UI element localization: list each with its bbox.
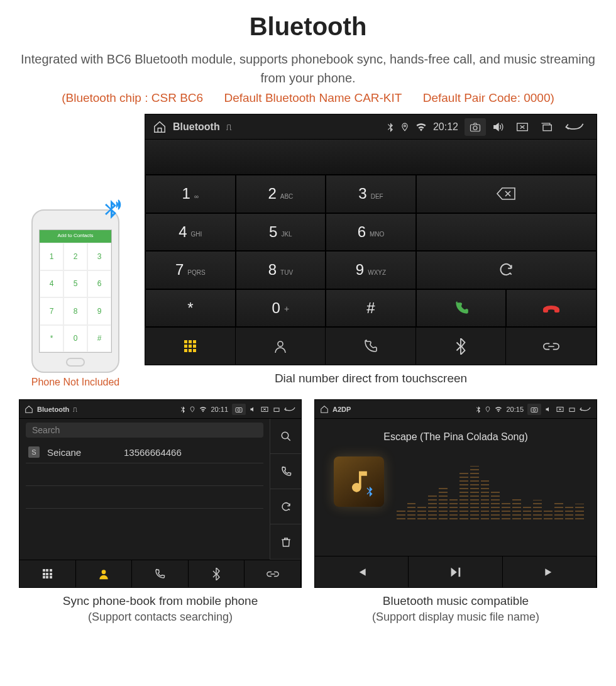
location-icon bbox=[189, 406, 195, 413]
key-3[interactable]: 3DEF bbox=[326, 175, 416, 213]
nav-recent-calls[interactable] bbox=[132, 560, 189, 587]
page-title: Bluetooth bbox=[19, 13, 597, 41]
screenshot-icon[interactable] bbox=[527, 404, 541, 415]
page-description: Integrated with BC6 Bluetooth module, su… bbox=[19, 50, 597, 87]
nav-keypad[interactable] bbox=[19, 560, 76, 587]
key-hash[interactable]: # bbox=[326, 289, 416, 328]
svg-rect-15 bbox=[569, 408, 575, 412]
svg-point-7 bbox=[238, 409, 240, 411]
key-star[interactable]: * bbox=[145, 289, 236, 328]
play-pause-button[interactable] bbox=[409, 556, 502, 587]
nav-contacts[interactable] bbox=[76, 560, 133, 587]
recent-apps-icon[interactable] bbox=[540, 122, 558, 132]
action-delete[interactable] bbox=[270, 524, 301, 560]
prev-button[interactable] bbox=[315, 556, 409, 587]
nav-bluetooth[interactable] bbox=[416, 328, 507, 365]
key-2[interactable]: 2ABC bbox=[236, 175, 326, 213]
key-4[interactable]: 4GHI bbox=[145, 213, 236, 252]
key-6[interactable]: 6MNO bbox=[326, 213, 416, 252]
screenshot-icon[interactable] bbox=[465, 118, 486, 136]
action-search[interactable] bbox=[270, 419, 301, 454]
contacts-bottom-nav bbox=[19, 560, 301, 587]
contact-row-empty bbox=[26, 486, 263, 509]
song-title: Escape (The Pina Colada Song) bbox=[383, 431, 527, 443]
wifi-icon bbox=[415, 123, 427, 131]
back-icon[interactable] bbox=[564, 122, 589, 132]
contact-badge: S bbox=[28, 446, 40, 458]
bluetooth-icon bbox=[387, 122, 394, 132]
contacts-caption-sub: (Support contacts searching) bbox=[19, 611, 302, 624]
bottom-nav bbox=[145, 327, 597, 365]
music-status-bar: A2DP 20:15 bbox=[315, 400, 597, 419]
svg-point-11 bbox=[102, 570, 106, 574]
action-call[interactable] bbox=[270, 454, 301, 489]
back-icon[interactable] bbox=[579, 406, 591, 412]
home-icon[interactable] bbox=[153, 120, 167, 134]
music-note-icon bbox=[345, 468, 373, 495]
recent-apps-icon[interactable] bbox=[568, 406, 575, 412]
nav-pair[interactable] bbox=[245, 560, 301, 587]
key-9[interactable]: 9WXYZ bbox=[326, 251, 416, 289]
key-redial[interactable] bbox=[416, 251, 597, 289]
svg-rect-4 bbox=[543, 124, 551, 130]
key-7[interactable]: 7PQRS bbox=[145, 251, 236, 289]
call-button[interactable] bbox=[416, 289, 507, 328]
dialer-caption: Dial number direct from touchscreen bbox=[145, 372, 597, 385]
status-title: A2DP bbox=[333, 406, 351, 413]
next-button[interactable] bbox=[503, 556, 597, 587]
status-title: Bluetooth bbox=[173, 121, 220, 133]
spec-line: (Bluetooth chip : CSR BC6 Default Blueto… bbox=[19, 91, 597, 105]
key-8[interactable]: 8TUV bbox=[236, 251, 326, 289]
nav-bluetooth[interactable] bbox=[189, 560, 245, 587]
nav-recent-calls[interactable] bbox=[326, 328, 416, 365]
key-0[interactable]: 0+ bbox=[236, 289, 326, 328]
music-body: Escape (The Pina Colada Song) bbox=[315, 419, 597, 556]
recent-apps-icon[interactable] bbox=[272, 406, 280, 412]
svg-point-10 bbox=[282, 432, 289, 439]
close-app-icon[interactable] bbox=[556, 406, 564, 412]
bluetooth-icon bbox=[476, 406, 481, 413]
phone-caption: Phone Not Included bbox=[19, 377, 132, 388]
nav-keypad[interactable] bbox=[145, 328, 236, 365]
svg-rect-9 bbox=[274, 408, 279, 412]
contacts-status-bar: Bluetooth ⎍ 20:11 bbox=[19, 400, 301, 419]
dial-display bbox=[145, 140, 597, 175]
volume-icon[interactable] bbox=[250, 406, 257, 412]
wifi-icon bbox=[199, 406, 207, 412]
phone-screen-header: Add to Contacts bbox=[40, 230, 111, 243]
clock-time: 20:12 bbox=[433, 121, 458, 133]
close-app-icon[interactable] bbox=[516, 122, 534, 132]
contact-row[interactable]: S Seicane 13566664466 bbox=[26, 441, 263, 463]
spec-chip: (Bluetooth chip : CSR BC6 bbox=[62, 91, 203, 104]
phone-mockup: Add to Contacts 123 456 789 *0# bbox=[31, 209, 119, 373]
dial-keypad: 1∞ 2ABC 3DEF 4GHI 5JKL 6MNO 7PQRS 8TUV 9… bbox=[145, 175, 597, 327]
home-icon[interactable] bbox=[25, 405, 33, 414]
volume-icon[interactable] bbox=[545, 406, 553, 412]
svg-rect-1 bbox=[471, 124, 480, 131]
location-icon bbox=[485, 406, 491, 413]
action-sync[interactable] bbox=[270, 489, 301, 524]
svg-point-2 bbox=[473, 126, 477, 130]
contact-row-empty bbox=[26, 509, 263, 531]
nav-contacts[interactable] bbox=[236, 328, 326, 365]
nav-pair[interactable] bbox=[506, 328, 597, 365]
key-backspace[interactable] bbox=[416, 175, 597, 213]
close-app-icon[interactable] bbox=[261, 406, 268, 412]
key-5[interactable]: 5JKL bbox=[236, 213, 326, 252]
screenshot-icon[interactable] bbox=[232, 404, 246, 415]
hangup-button[interactable] bbox=[506, 289, 597, 328]
back-icon[interactable] bbox=[283, 406, 296, 412]
search-input[interactable]: Search bbox=[26, 423, 263, 438]
spec-code: Default Pair Code: 0000) bbox=[423, 91, 554, 104]
key-1[interactable]: 1∞ bbox=[145, 175, 236, 213]
status-bar: Bluetooth ⎍ 20:12 bbox=[145, 114, 597, 140]
volume-icon[interactable] bbox=[492, 122, 510, 132]
svg-point-5 bbox=[278, 341, 283, 346]
svg-point-0 bbox=[404, 124, 405, 126]
contact-number: 13566664466 bbox=[124, 447, 182, 458]
home-icon[interactable] bbox=[320, 405, 329, 414]
contacts-screen: Bluetooth ⎍ 20:11 Search bbox=[19, 399, 302, 588]
music-caption: Bluetooth music compatible bbox=[314, 594, 597, 608]
audio-visualizer bbox=[397, 463, 584, 519]
side-actions bbox=[270, 419, 301, 560]
